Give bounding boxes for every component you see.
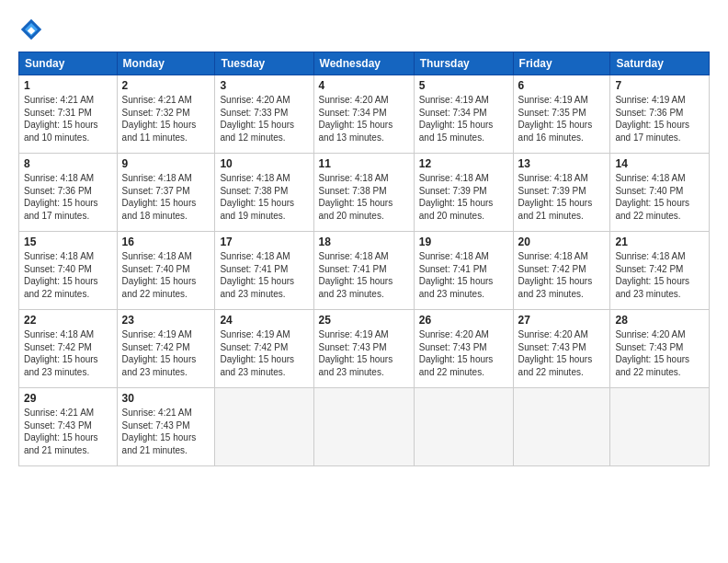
calendar-day-header: Wednesday [313, 52, 414, 75]
table-row: 27Sunrise: 4:20 AMSunset: 7:43 PMDayligh… [513, 310, 610, 388]
day-number: 8 [24, 157, 112, 170]
day-number: 23 [122, 314, 210, 327]
day-number: 18 [319, 236, 409, 248]
day-number: 2 [122, 79, 210, 92]
day-info: Sunrise: 4:18 AMSunset: 7:40 PMDaylight:… [615, 172, 704, 222]
table-row: 13Sunrise: 4:18 AMSunset: 7:39 PMDayligh… [513, 154, 610, 232]
table-row: 12Sunrise: 4:18 AMSunset: 7:39 PMDayligh… [414, 154, 513, 232]
day-number: 19 [419, 236, 508, 248]
table-row: 3Sunrise: 4:20 AMSunset: 7:33 PMDaylight… [215, 75, 313, 154]
day-info: Sunrise: 4:19 AMSunset: 7:43 PMDaylight:… [319, 328, 409, 378]
day-number: 27 [518, 314, 606, 327]
day-number: 29 [24, 392, 112, 405]
day-info: Sunrise: 4:18 AMSunset: 7:42 PMDaylight:… [24, 328, 112, 378]
day-info: Sunrise: 4:18 AMSunset: 7:42 PMDaylight:… [518, 250, 606, 300]
day-info: Sunrise: 4:18 AMSunset: 7:39 PMDaylight:… [518, 172, 606, 222]
day-number: 15 [24, 236, 112, 248]
day-number: 1 [24, 79, 112, 92]
calendar-header-row: SundayMondayTuesdayWednesdayThursdayFrid… [19, 52, 710, 75]
day-info: Sunrise: 4:18 AMSunset: 7:36 PMDaylight:… [24, 172, 112, 222]
day-number: 4 [319, 79, 409, 92]
table-row [513, 388, 610, 466]
table-row [215, 388, 313, 466]
day-info: Sunrise: 4:19 AMSunset: 7:34 PMDaylight:… [419, 94, 508, 144]
day-info: Sunrise: 4:18 AMSunset: 7:39 PMDaylight:… [419, 172, 508, 222]
table-row: 30Sunrise: 4:21 AMSunset: 7:43 PMDayligh… [117, 388, 215, 466]
table-row: 11Sunrise: 4:18 AMSunset: 7:38 PMDayligh… [313, 154, 414, 232]
calendar-week-row: 15Sunrise: 4:18 AMSunset: 7:40 PMDayligh… [19, 232, 710, 310]
calendar-week-row: 29Sunrise: 4:21 AMSunset: 7:43 PMDayligh… [19, 388, 710, 466]
day-number: 22 [24, 314, 112, 327]
header [18, 17, 710, 42]
table-row: 28Sunrise: 4:20 AMSunset: 7:43 PMDayligh… [610, 310, 710, 388]
day-info: Sunrise: 4:18 AMSunset: 7:40 PMDaylight:… [24, 250, 112, 300]
day-number: 21 [615, 236, 704, 248]
day-number: 7 [615, 79, 704, 92]
day-info: Sunrise: 4:20 AMSunset: 7:43 PMDaylight:… [518, 328, 606, 378]
table-row: 26Sunrise: 4:20 AMSunset: 7:43 PMDayligh… [414, 310, 513, 388]
table-row [610, 388, 710, 466]
calendar-week-row: 8Sunrise: 4:18 AMSunset: 7:36 PMDaylight… [19, 154, 710, 232]
table-row: 24Sunrise: 4:19 AMSunset: 7:42 PMDayligh… [215, 310, 313, 388]
day-info: Sunrise: 4:18 AMSunset: 7:38 PMDaylight:… [319, 172, 409, 222]
table-row: 21Sunrise: 4:18 AMSunset: 7:42 PMDayligh… [610, 232, 710, 310]
table-row: 16Sunrise: 4:18 AMSunset: 7:40 PMDayligh… [117, 232, 215, 310]
calendar-week-row: 22Sunrise: 4:18 AMSunset: 7:42 PMDayligh… [19, 310, 710, 388]
day-number: 10 [220, 157, 308, 170]
day-info: Sunrise: 4:18 AMSunset: 7:42 PMDaylight:… [615, 250, 704, 300]
table-row: 15Sunrise: 4:18 AMSunset: 7:40 PMDayligh… [19, 232, 118, 310]
day-info: Sunrise: 4:20 AMSunset: 7:34 PMDaylight:… [319, 94, 409, 144]
calendar-week-row: 1Sunrise: 4:21 AMSunset: 7:31 PMDaylight… [19, 75, 710, 154]
table-row: 1Sunrise: 4:21 AMSunset: 7:31 PMDaylight… [19, 75, 118, 154]
day-info: Sunrise: 4:19 AMSunset: 7:36 PMDaylight:… [615, 94, 704, 144]
day-number: 12 [419, 157, 508, 170]
table-row [414, 388, 513, 466]
day-info: Sunrise: 4:19 AMSunset: 7:42 PMDaylight:… [122, 328, 210, 378]
day-info: Sunrise: 4:21 AMSunset: 7:43 PMDaylight:… [24, 407, 112, 456]
day-info: Sunrise: 4:18 AMSunset: 7:38 PMDaylight:… [220, 172, 308, 222]
day-info: Sunrise: 4:20 AMSunset: 7:43 PMDaylight:… [615, 328, 704, 378]
day-info: Sunrise: 4:18 AMSunset: 7:41 PMDaylight:… [220, 250, 308, 300]
table-row: 19Sunrise: 4:18 AMSunset: 7:41 PMDayligh… [414, 232, 513, 310]
table-row: 29Sunrise: 4:21 AMSunset: 7:43 PMDayligh… [19, 388, 118, 466]
day-number: 9 [122, 157, 210, 170]
calendar-day-header: Sunday [19, 52, 118, 75]
table-row: 20Sunrise: 4:18 AMSunset: 7:42 PMDayligh… [513, 232, 610, 310]
calendar-day-header: Monday [117, 52, 215, 75]
day-info: Sunrise: 4:19 AMSunset: 7:42 PMDaylight:… [220, 328, 308, 378]
table-row: 25Sunrise: 4:19 AMSunset: 7:43 PMDayligh… [313, 310, 414, 388]
table-row: 17Sunrise: 4:18 AMSunset: 7:41 PMDayligh… [215, 232, 313, 310]
table-row: 2Sunrise: 4:21 AMSunset: 7:32 PMDaylight… [117, 75, 215, 154]
day-number: 13 [518, 157, 606, 170]
day-info: Sunrise: 4:21 AMSunset: 7:43 PMDaylight:… [122, 407, 210, 456]
day-number: 14 [615, 157, 704, 170]
day-info: Sunrise: 4:18 AMSunset: 7:41 PMDaylight:… [319, 250, 409, 300]
day-number: 30 [122, 392, 210, 405]
table-row: 23Sunrise: 4:19 AMSunset: 7:42 PMDayligh… [117, 310, 215, 388]
day-info: Sunrise: 4:18 AMSunset: 7:40 PMDaylight:… [122, 250, 210, 300]
table-row: 18Sunrise: 4:18 AMSunset: 7:41 PMDayligh… [313, 232, 414, 310]
logo-icon [18, 17, 44, 42]
table-row: 9Sunrise: 4:18 AMSunset: 7:37 PMDaylight… [117, 154, 215, 232]
table-row [313, 388, 414, 466]
table-row: 22Sunrise: 4:18 AMSunset: 7:42 PMDayligh… [19, 310, 118, 388]
table-row: 10Sunrise: 4:18 AMSunset: 7:38 PMDayligh… [215, 154, 313, 232]
day-info: Sunrise: 4:21 AMSunset: 7:32 PMDaylight:… [122, 94, 210, 144]
table-row: 5Sunrise: 4:19 AMSunset: 7:34 PMDaylight… [414, 75, 513, 154]
day-number: 20 [518, 236, 606, 248]
day-number: 6 [518, 79, 606, 92]
day-number: 5 [419, 79, 508, 92]
day-number: 16 [122, 236, 210, 248]
day-number: 11 [319, 157, 409, 170]
day-info: Sunrise: 4:18 AMSunset: 7:37 PMDaylight:… [122, 172, 210, 222]
table-row: 6Sunrise: 4:19 AMSunset: 7:35 PMDaylight… [513, 75, 610, 154]
day-number: 24 [220, 314, 308, 327]
table-row: 4Sunrise: 4:20 AMSunset: 7:34 PMDaylight… [313, 75, 414, 154]
calendar-day-header: Friday [513, 52, 610, 75]
page: SundayMondayTuesdayWednesdayThursdayFrid… [0, 0, 728, 563]
day-info: Sunrise: 4:20 AMSunset: 7:33 PMDaylight:… [220, 94, 308, 144]
calendar-table: SundayMondayTuesdayWednesdayThursdayFrid… [18, 52, 710, 466]
table-row: 7Sunrise: 4:19 AMSunset: 7:36 PMDaylight… [610, 75, 710, 154]
calendar-day-header: Thursday [414, 52, 513, 75]
day-number: 26 [419, 314, 508, 327]
